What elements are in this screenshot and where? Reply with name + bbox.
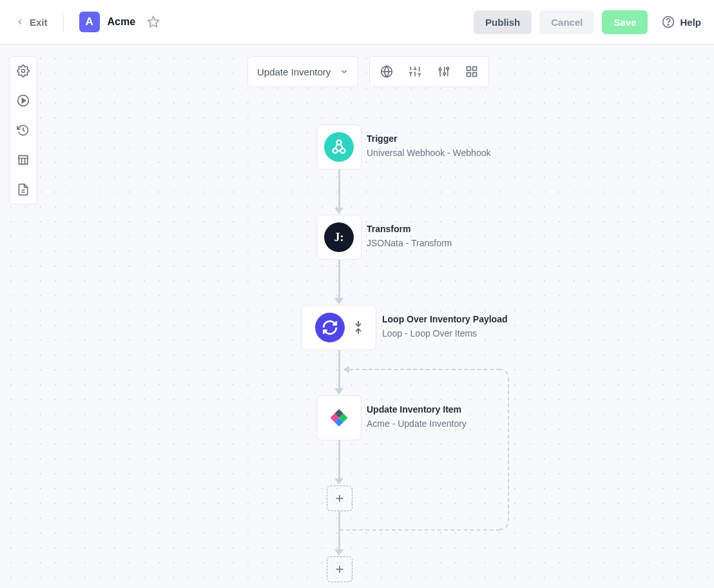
arrow-down-icon [334,388,343,395]
history-icon[interactable] [15,122,31,138]
file-icon[interactable] [15,182,31,197]
svg-rect-27 [467,73,471,77]
arrow-down-icon [334,478,343,485]
node-trigger[interactable] [316,124,362,170]
exit-button[interactable]: Exit [15,17,48,28]
webhook-icon [324,132,354,162]
svg-point-24 [447,67,449,69]
help-label: Help [680,17,701,28]
connector [338,440,340,479]
loop-connector [508,378,509,521]
left-toolbar [9,56,37,204]
add-node-button[interactable] [327,485,352,511]
loop-icon [315,313,345,342]
add-node-button[interactable] [327,556,352,582]
svg-point-22 [443,73,445,75]
sliders-icon[interactable] [409,65,421,78]
arrow-down-icon [334,549,343,556]
canvas[interactable]: Update Inventory [0,44,714,588]
chevron-down-icon [340,67,349,76]
store-icon[interactable] [15,152,31,168]
merge-icon [354,321,363,334]
publish-button[interactable]: Publish [474,10,532,34]
svg-rect-28 [473,73,477,77]
svg-point-30 [340,148,345,153]
loop-connector [340,529,500,531]
connector [338,350,340,389]
canvas-toolbar: Update Inventory [247,56,489,87]
plus-icon [334,564,345,574]
node-loop-label: Loop Over Inventory Payload Loop - Loop … [382,313,508,340]
app-header: Exit A Acme Publish Cancel Save Help [0,0,714,44]
arrow-down-icon [334,208,343,214]
node-update-label: Update Inventory Item Acme - Update Inve… [367,404,467,430]
exit-label: Exit [30,17,48,28]
brand: A Acme [79,12,160,32]
help-icon [662,15,675,28]
svg-point-2 [668,24,669,25]
node-transform-label: Transform JSONata - Transform [367,223,452,250]
svg-point-3 [22,70,25,73]
node-transform[interactable]: J: [316,215,362,260]
star-icon[interactable] [147,15,160,28]
acme-icon [328,407,350,429]
arrow-left-icon [343,366,349,373]
brand-name: Acme [108,16,136,28]
connector [338,170,340,208]
loop-connector [349,369,500,370]
jsonata-icon: J: [324,222,354,252]
connector [338,511,340,550]
canvas-icon-strip [369,56,489,87]
workflow-select-label: Update Inventory [257,66,331,77]
grid-icon[interactable] [465,65,478,78]
globe-icon[interactable] [380,65,393,78]
node-trigger-label: Trigger Universal Webhook - Webhook [367,133,490,159]
node-update[interactable] [316,395,362,440]
plus-icon [334,493,345,504]
play-circle-icon[interactable] [15,93,31,108]
sliders-alt-icon[interactable] [437,65,450,78]
cancel-button[interactable]: Cancel [539,10,594,34]
svg-marker-5 [22,99,25,103]
svg-marker-0 [148,17,159,27]
divider [63,12,64,32]
svg-text:J:: J: [334,231,344,244]
svg-point-29 [333,148,338,153]
loop-connector [499,520,509,530]
svg-rect-26 [473,67,477,71]
chevron-left-icon [15,17,24,26]
arrow-down-icon [334,298,343,304]
svg-point-20 [439,68,441,70]
brand-badge: A [79,12,100,32]
connector [338,260,340,299]
svg-rect-25 [467,67,471,71]
gear-icon[interactable] [15,63,31,79]
save-button[interactable]: Save [602,10,648,34]
workflow-select[interactable]: Update Inventory [247,56,358,87]
node-loop[interactable] [301,305,376,350]
help-button[interactable]: Help [662,15,701,28]
